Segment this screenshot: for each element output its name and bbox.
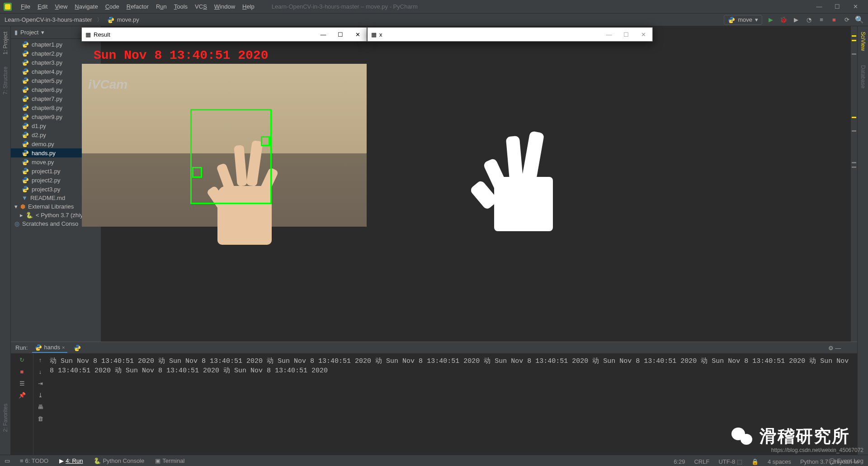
tree-file[interactable]: chapter2.py (11, 49, 101, 58)
status-extra: 6:29 CRLF UTF-8 ⬚ 🔒 4 spaces Python 3.7 … (674, 458, 859, 465)
scroll-icon[interactable]: ⤓ (36, 391, 44, 399)
menu-run[interactable]: Run (152, 1, 170, 12)
python-file-icon (22, 41, 29, 48)
python-file-icon (107, 16, 114, 24)
tab-todo[interactable]: ≡ 6: TODO (18, 456, 50, 465)
statusbar-toggle-icon[interactable]: ▭ (5, 457, 10, 464)
rail-database[interactable]: Database (860, 62, 866, 91)
tree-file-label: README.md (30, 195, 65, 201)
run-button[interactable]: ▶ (767, 16, 775, 24)
breadcrumb-file[interactable]: move.py (117, 16, 139, 23)
run-config-select[interactable]: move ▾ (724, 15, 762, 25)
tab-terminal[interactable]: ▣ Terminal (153, 456, 186, 465)
window-maximize[interactable]: ☐ (335, 31, 346, 38)
tree-file-label: chapter5.py (32, 77, 62, 84)
chevron-down-icon[interactable]: ▾ (41, 29, 44, 36)
rail-structure[interactable]: 7: Structure (2, 64, 9, 97)
python-file-icon (22, 113, 29, 120)
up-icon[interactable]: ↑ (36, 356, 44, 364)
menu-help[interactable]: Help (239, 1, 258, 12)
window-maximize[interactable]: ☐ (828, 1, 846, 12)
window-minimize[interactable]: — (810, 1, 828, 12)
concurrency-button[interactable]: ≡ (817, 16, 826, 24)
opencv-window-title: x (379, 31, 382, 38)
window-close[interactable]: ✕ (352, 31, 363, 38)
tree-file-label: demo.py (32, 141, 54, 147)
rail-favorites[interactable]: 2: Favorites (2, 401, 9, 435)
breadcrumb-project[interactable]: Learn-OpenCV-in-3-hours-master (5, 16, 92, 23)
tree-file-label: project2.py (32, 177, 61, 184)
menu-code[interactable]: Code (102, 1, 123, 12)
menu-window[interactable]: Window (211, 1, 239, 12)
menu-edit[interactable]: Edit (34, 1, 51, 12)
opencv-window-mask[interactable]: ▦ x — ☐ ✕ (367, 27, 653, 42)
tree-file-label: move.py (32, 159, 54, 166)
gear-icon[interactable]: ⚙ — (826, 342, 844, 354)
tab-run[interactable]: ▶ 4: Run (57, 456, 85, 465)
defect-bbox (192, 167, 202, 178)
window-close[interactable]: ✕ (638, 31, 649, 38)
window-app-icon: ▦ (371, 31, 377, 38)
menu-file[interactable]: File (17, 1, 34, 12)
pin-button[interactable]: 📌 (18, 391, 26, 399)
menu-vcs[interactable]: VCS (191, 1, 211, 12)
window-maximize[interactable]: ☐ (621, 31, 632, 38)
search-button[interactable]: 🔍 (855, 16, 863, 24)
python-file-icon (22, 158, 29, 166)
tree-file-label: d2.py (32, 132, 46, 138)
encoding[interactable]: UTF-8 ⬚ (718, 458, 742, 465)
menu-navigate[interactable]: Navigate (71, 1, 101, 12)
python-file-icon (22, 131, 29, 138)
rail-sciview[interactable]: SciView (860, 29, 866, 53)
status-lock-icon[interactable]: 🔒 (751, 458, 759, 465)
menu-refactor[interactable]: Refactor (123, 1, 152, 12)
tab-python-console[interactable]: 🐍 Python Console (92, 456, 146, 465)
python-file-icon (22, 167, 29, 175)
profile-button[interactable]: ◔ (805, 16, 813, 24)
down-icon[interactable]: ↓ (36, 367, 44, 376)
run-label: Run: (15, 344, 28, 351)
cursor-position[interactable]: 6:29 (674, 458, 685, 465)
run-tab-hands[interactable]: hands × (32, 343, 67, 353)
svg-point-0 (109, 17, 110, 18)
ivcam-watermark: iVCam (88, 77, 127, 92)
tree-file-label: chapter3.py (32, 59, 62, 66)
markdown-icon: ▼ (22, 195, 28, 201)
interpreter[interactable]: Python 3.7 (zhiyuan-te (800, 458, 859, 465)
window-minimize[interactable]: — (604, 31, 614, 38)
print-icon[interactable]: 🖶 (36, 403, 44, 411)
rail-project[interactable]: 1: Project (2, 29, 9, 57)
debug-button[interactable]: 🐞 (779, 16, 788, 24)
folder-icon: ▮ (14, 29, 18, 36)
menu-tools[interactable]: Tools (170, 1, 191, 12)
right-tool-rail: SciView Database (857, 26, 868, 455)
breadcrumb-sep: 〉 (97, 16, 103, 24)
trash-icon[interactable]: 🗑 (36, 414, 44, 423)
hand-bbox (190, 109, 272, 204)
update-button[interactable]: ⟳ (843, 16, 851, 24)
close-icon[interactable]: × (62, 345, 65, 350)
indent[interactable]: 4 spaces (768, 458, 791, 465)
mask-frame (472, 132, 566, 231)
coverage-button[interactable]: ▶ (792, 16, 800, 24)
line-separator[interactable]: CRLF (694, 458, 709, 465)
opencv-windows: ▦ Result — ☐ ✕ (81, 27, 653, 42)
window-title: Learn-OpenCV-in-3-hours-master – move.py… (272, 3, 418, 10)
python-file-icon (22, 77, 29, 84)
tree-file-label: project1.py (32, 168, 61, 175)
rerun-button[interactable]: ↻ (18, 356, 26, 364)
python-file-icon (22, 95, 29, 102)
tree-file-label: chapter7.py (32, 95, 62, 102)
chevron-right-icon: ▸ (20, 212, 23, 219)
window-close[interactable]: ✕ (846, 1, 864, 12)
python-file-icon (22, 68, 29, 75)
wrap-icon[interactable]: ⇥ (36, 379, 44, 387)
opencv-window-result[interactable]: ▦ Result — ☐ ✕ (81, 27, 367, 42)
menu-view[interactable]: View (51, 1, 71, 12)
layout-button[interactable]: ☰ (18, 379, 26, 387)
window-minimize[interactable]: — (318, 31, 329, 38)
stop-button[interactable]: ■ (18, 367, 26, 376)
python-file-icon (22, 59, 29, 66)
stop-button[interactable]: ■ (830, 16, 838, 24)
python-file-icon (74, 344, 81, 352)
